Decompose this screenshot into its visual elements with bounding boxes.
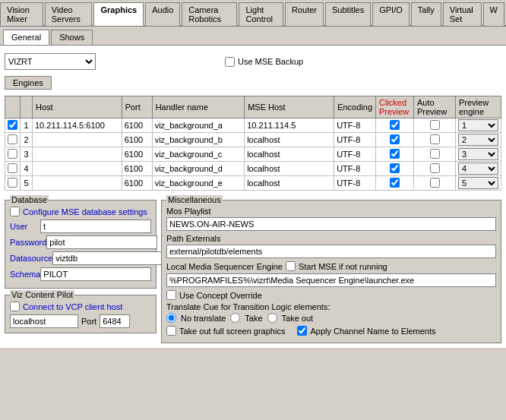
row-handler-input[interactable] [155, 135, 242, 144]
row-enable-checkbox[interactable] [8, 134, 17, 144]
row-port-input[interactable] [125, 150, 150, 159]
row-auto-cell [414, 162, 456, 176]
row-clicked-cell [376, 162, 414, 176]
row-enable-checkbox[interactable] [8, 120, 17, 130]
datasource-input[interactable] [52, 251, 163, 265]
row-host-input[interactable] [35, 164, 119, 173]
path-externals-input[interactable] [166, 245, 496, 258]
row-auto-checkbox[interactable] [430, 163, 440, 173]
th-port: Port [122, 96, 152, 118]
use-concept-label: Use Concept Override [179, 291, 262, 300]
th-preview-engine: Preview engine [456, 96, 501, 118]
connect-vcp-checkbox[interactable] [10, 302, 20, 311]
row-encoding-cell [334, 176, 376, 191]
row-port-input[interactable] [125, 164, 150, 173]
row-clicked-checkbox[interactable] [390, 134, 400, 144]
mos-playlist-input[interactable] [166, 217, 496, 231]
row-handler-input[interactable] [155, 178, 242, 188]
radio-no-translate[interactable] [166, 313, 176, 323]
row-encoding-input[interactable] [337, 178, 373, 188]
sub-tab-general[interactable]: General [3, 30, 49, 45]
radio-take-out[interactable] [267, 313, 277, 323]
row-port-input[interactable] [125, 135, 150, 144]
row-enable-checkbox[interactable] [8, 178, 17, 188]
tab-video-servers[interactable]: Video Servers [45, 2, 93, 26]
row-encoding-input[interactable] [337, 164, 373, 173]
row-encoding-input[interactable] [337, 135, 373, 144]
sub-tab-shows[interactable]: Shows [51, 30, 93, 45]
row-clicked-checkbox[interactable] [390, 120, 400, 130]
row-auto-checkbox[interactable] [430, 120, 440, 130]
row-handler-input[interactable] [155, 164, 242, 173]
row-host-input[interactable] [35, 135, 119, 144]
row-port-input[interactable] [125, 178, 150, 188]
table-row: 3 1 [5, 147, 501, 162]
take-full-screen-checkbox[interactable] [166, 326, 176, 336]
row-encoding-input[interactable] [337, 121, 373, 130]
row-clicked-checkbox[interactable] [390, 149, 400, 159]
tab-tally[interactable]: Tally [411, 2, 441, 26]
row-auto-cell [414, 133, 456, 147]
row-mse-host-input[interactable] [247, 121, 331, 130]
local-media-label: Local Media Sequencer Engine [166, 262, 283, 271]
tab-subtitles[interactable]: Subtitles [325, 2, 371, 26]
row-auto-checkbox[interactable] [430, 149, 440, 159]
engines-button[interactable]: Engines [5, 76, 52, 90]
vcp-host-input[interactable] [10, 314, 78, 328]
row-host-input[interactable] [35, 121, 119, 130]
th-cb [5, 96, 21, 118]
start-mse-label: Start MSE if not running [299, 262, 387, 271]
lms-path-input[interactable] [166, 273, 496, 287]
password-input[interactable] [46, 235, 157, 249]
row-auto-cell [414, 176, 456, 191]
tab-w[interactable]: W [483, 2, 504, 26]
apply-channel-checkbox[interactable] [297, 326, 307, 336]
row-handler-input[interactable] [155, 150, 242, 159]
row-preview-engine-select[interactable]: 1 2 3 4 5 [458, 148, 498, 160]
row-enable-checkbox[interactable] [8, 149, 17, 159]
vcp-port-label: Port [81, 317, 96, 326]
password-label: Password [10, 238, 46, 247]
vcp-port-input[interactable] [100, 314, 130, 328]
row-clicked-cell [376, 118, 414, 133]
row-mse-host-input[interactable] [247, 164, 331, 173]
row-mse-host-input[interactable] [247, 150, 331, 159]
th-handler: Handler name [152, 96, 245, 118]
tab-router[interactable]: Router [285, 2, 324, 26]
row-clicked-checkbox[interactable] [390, 163, 400, 173]
row-clicked-checkbox[interactable] [390, 178, 400, 188]
user-input[interactable] [40, 219, 151, 233]
row-auto-checkbox[interactable] [430, 178, 440, 188]
row-encoding-input[interactable] [337, 150, 373, 159]
tab-light-control[interactable]: Light Control [239, 2, 283, 26]
tab-camera-robotics[interactable]: Camera Robotics [182, 2, 237, 26]
radio-take[interactable] [230, 313, 240, 323]
tab-graphics[interactable]: Graphics [93, 2, 144, 26]
row-preview-engine-select[interactable]: 1 2 3 4 5 [458, 163, 498, 175]
schema-input[interactable] [40, 267, 151, 281]
row-preview-engine-select[interactable]: 1 2 3 4 5 [458, 177, 498, 189]
row-host-input[interactable] [35, 178, 119, 188]
tab-virtual-set[interactable]: Virtual Set [443, 2, 482, 26]
row-handler-input[interactable] [155, 121, 242, 130]
tab-vision-mixer[interactable]: Vision Mixer [0, 2, 43, 26]
configure-db-checkbox[interactable] [10, 207, 20, 216]
row-enable-checkbox[interactable] [8, 163, 17, 173]
row-preview-engine-cell: 1 2 3 4 5 [456, 176, 501, 191]
tab-audio[interactable]: Audio [145, 2, 180, 26]
row-mse-host-input[interactable] [247, 178, 331, 188]
viz-select[interactable]: VIZRT [5, 53, 96, 70]
row-preview-engine-select[interactable]: 1 2 3 4 5 [458, 119, 498, 131]
tab-gpio[interactable]: GPI/O [372, 2, 410, 26]
start-mse-checkbox[interactable] [286, 261, 296, 271]
row-preview-engine-select[interactable]: 1 2 3 4 5 [458, 134, 498, 146]
use-concept-checkbox[interactable] [166, 290, 176, 300]
row-checkbox-cell [5, 118, 21, 133]
row-handler-cell [152, 147, 245, 162]
row-host-input[interactable] [35, 150, 119, 159]
row-auto-checkbox[interactable] [430, 134, 440, 144]
row-port-input[interactable] [125, 121, 150, 130]
row-mse-host-input[interactable] [247, 135, 331, 144]
use-mse-backup-checkbox[interactable] [225, 57, 235, 67]
row-checkbox-cell [5, 133, 21, 147]
